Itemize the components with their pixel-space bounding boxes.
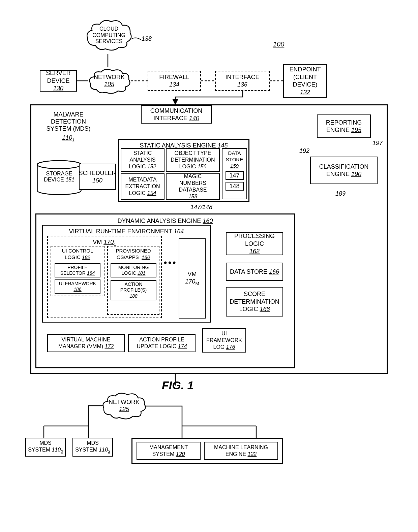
mnd-l1: MAGIC [184,173,202,180]
profile-selector: PROFILE SELECTOR 184 [55,263,100,277]
interface-text: INTERFACE [225,74,259,80]
mds-label-l1: MALWARE [36,111,100,118]
scheduler-ref: 150 [92,177,102,184]
uicl-ref: 182 [82,254,90,260]
interface-ref: 136 [237,81,247,88]
sae-mnd: MAGIC NUMBERS DATABASE 158 [166,173,220,200]
mgmt-l2: SYSTEM [152,451,175,457]
mds2-ref-num: 110 [52,447,61,453]
vmM-text: VM [188,270,197,278]
mgmt-system-box: MANAGEMENT SYSTEM 120 [137,442,201,460]
endpoint-ref: 132 [300,89,310,96]
sae-mel: METADATA EXTRACTION LOGIC 154 [121,173,165,200]
prov-l2: OS/APPS [117,254,139,260]
server-text: SERVER DEVICE [42,69,75,85]
action-profiles: ACTION PROFILE(S) 188 [111,280,156,300]
mds3-box: MDS SYSTEM 1103 [72,438,113,457]
processing-logic: PROCESSING LOGIC 162 [226,232,283,255]
cloud-line3: SERVICES [92,38,125,44]
arrow192-ref: 192 [299,147,309,155]
uifw-l1: UI FRAMEWORK [59,281,96,287]
vre-ref: 164 [174,228,184,235]
vmM-ref-sub: M [195,281,199,286]
mnd-l3: DATABASE [179,187,207,193]
classification-engine-box: CLASSIFICATION ENGINE 190 [310,157,378,184]
sae-otd: OBJECT TYPE DETERMINATION LOGIC 156 [166,148,220,172]
uifl-l1: UI [221,330,227,337]
prov-l1: PROVISIONED [116,248,151,254]
comm-if-l2: INTERFACE [153,115,187,122]
score-l3: LOGIC [239,306,258,312]
arrow189-ref: 189 [335,190,346,197]
mon-l1: MONITORING [118,265,149,271]
action-profile-update-logic: ACTION PROFILE UPDATE LOGIC 174 [128,334,196,352]
mds3-ref-sub: 3 [108,450,110,454]
vre-title: VIRTUAL RUN-TIME ENVIRONMENT [69,228,172,235]
apul-l2: UPDATE LOGIC [137,343,176,349]
mnd-ref: 158 [188,194,198,199]
mel-l3: LOGIC [129,190,146,196]
mel-ref: 154 [147,190,156,196]
mds2-l1: MDS [39,440,52,446]
mds3-l1: MDS [87,440,99,446]
ui-framework-log: UI FRAMEWORK LOG 176 [202,328,246,353]
endpoint-box: ENDPOINT (CLIENT DEVICE) 132 [283,64,327,98]
uifl-l3: LOG [213,344,225,350]
proc-l1: PROCESSING [234,232,275,240]
vmM-ref-num: 170 [185,278,195,285]
mds-label: MALWARE DETECTION SYSTEM (MDS) 1101 [36,111,100,142]
proc-ref: 162 [249,248,260,255]
vm-dots: ••• [164,258,177,268]
dds-text: DATA STORE [230,268,267,275]
mds-label-ref-sub: 1 [72,137,75,142]
vmM-box: VM 170M [179,238,206,319]
mds3-l2: SYSTEM [75,447,97,453]
storage-l2: DEVICE [44,177,64,182]
network-top: NETWORK 105 [87,67,131,95]
proc-l2: LOGIC [245,240,264,248]
sae-data-store: DATA STORE 159 147 148 [222,148,247,199]
score-ref: 168 [260,306,270,312]
system-ref: 100 [273,40,284,48]
comm-if-l1: COMMUNICATION [150,107,203,115]
storage-ref: 151 [65,177,74,182]
vmm-ref: 172 [105,343,114,349]
class-ref: 190 [351,171,361,177]
storage-device: STORAGE DEVICE 151 [36,160,82,195]
scheduler-box: SCHEDULER 150 [79,164,116,190]
ds-l2: STORE [226,157,243,163]
uifw-ref: 186 [73,287,81,292]
mds2-l2: SYSTEM [28,447,50,453]
sal-l3: LOGIC [129,164,146,169]
vm1-ref-num: 170 [103,239,114,245]
otd-l2: DETERMINATION [171,157,215,163]
uifl-l2: FRAMEWORK [206,337,242,344]
endpoint-l3: DEVICE) [293,81,317,89]
class-l2: ENGINE [326,171,350,177]
comm-interface-box: COMMUNICATION INTERFACE 140 [141,105,212,124]
dae-data-store: DATA STORE 166 [226,263,283,281]
comm-if-ref: 140 [189,115,199,122]
uicl-l2: LOGIC [65,254,81,260]
mle-l1: MACHINE LEARNING [214,444,268,451]
monitoring-logic: MONITORING LOGIC 181 [111,263,156,277]
mnd-l2: NUMBERS [179,180,206,187]
server-device-box: SERVER DEVICE 130 [40,70,77,92]
prov-ref: 180 [142,254,150,260]
scheduler-text: SCHEDULER [79,169,116,177]
network-top-text: NETWORK [94,74,125,81]
reporting-ref: 195 [351,127,361,133]
prof-ref: 184 [87,270,95,276]
sal-l2: ANALYSIS [129,157,155,163]
mds-label-l3: SYSTEM (MDS) [36,125,100,132]
otd-l1: OBJECT TYPE [175,150,211,157]
machine-learning-engine-box: MACHINE LEARNING ENGINE 122 [204,442,278,460]
mgmt-l1: MANAGEMENT [149,444,188,451]
cloud-services: CLOUD COMPUTING SERVICES [84,17,134,54]
mle-ref: 122 [248,451,257,457]
ap-ref: 188 [129,293,137,299]
ds-147: 147 [229,172,239,179]
cloud-line1: CLOUD [92,26,125,32]
storage-l1: STORAGE [36,171,82,177]
mds2-ref-sub: 2 [61,450,63,454]
